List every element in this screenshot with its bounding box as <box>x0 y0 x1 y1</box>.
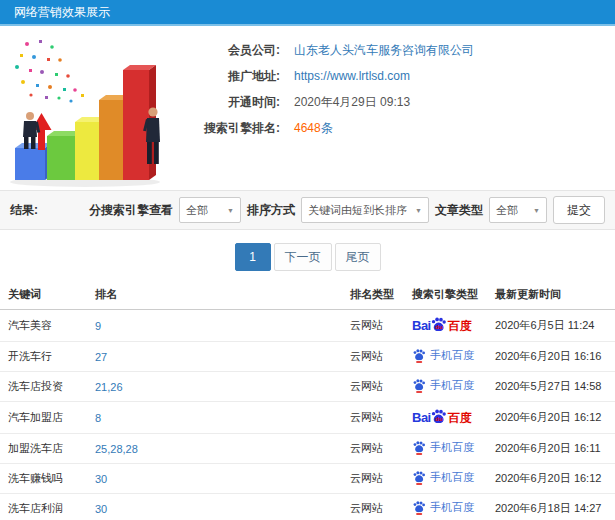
rank-link[interactable]: 8 <box>95 412 101 424</box>
svg-text:du: du <box>435 324 443 330</box>
rank-type-cell: 云网站 <box>342 342 404 372</box>
rank-cell: 27 <box>87 342 342 372</box>
submit-button[interactable]: 提交 <box>553 196 605 224</box>
rank-cell: 8 <box>87 402 342 434</box>
company-info-section: 会员公司: 山东老人头汽车服务咨询有限公司 推广地址: https://www.… <box>0 26 615 190</box>
sort-select-value: 关键词由短到长排序 <box>308 203 407 218</box>
col-rank: 排名 <box>87 280 342 310</box>
engine-cell: 手机百度 <box>404 494 487 520</box>
rank-link[interactable]: 27 <box>95 351 107 363</box>
updated-cell: 2020年6月20日 16:11 <box>487 434 615 464</box>
rank-type-cell: 云网站 <box>342 372 404 402</box>
rank-type-cell: 云网站 <box>342 464 404 494</box>
baidu-paw-icon: du <box>430 408 447 425</box>
rank-cell: 21,26 <box>87 372 342 402</box>
rank-cell: 9 <box>87 310 342 342</box>
rank-type-cell: 云网站 <box>342 310 404 342</box>
caret-down-icon: ▼ <box>219 207 234 214</box>
panel-header: 网络营销效果展示 <box>0 0 615 26</box>
table-row: 汽车加盟店 8 云网站 Bai du 百度 2020年6月20日 16:12 <box>0 402 615 434</box>
engine-cell: Bai du 百度 <box>404 402 487 434</box>
article-type-select[interactable]: 全部 ▼ <box>489 197 547 223</box>
engine-cell: Bai du 百度 <box>404 310 487 342</box>
page-1-button[interactable]: 1 <box>235 243 271 271</box>
engine-select[interactable]: 全部 ▼ <box>179 197 241 223</box>
svg-text:du: du <box>435 416 443 422</box>
updated-cell: 2020年6月20日 16:12 <box>487 464 615 494</box>
mobile-baidu-paw-icon <box>412 500 426 515</box>
member-company-label: 会员公司: <box>172 42 280 59</box>
caret-down-icon: ▼ <box>525 207 540 214</box>
table-header-row: 关键词 排名 排名类型 搜索引擎类型 最新更新时间 <box>0 280 615 310</box>
confetti-dots <box>15 40 84 103</box>
baidu-logo: Bai du 百度 <box>412 408 472 427</box>
caret-down-icon: ▼ <box>407 207 422 214</box>
rank-link[interactable]: 25,28,28 <box>95 443 138 455</box>
rank-type-cell: 云网站 <box>342 494 404 520</box>
rank-cell: 25,28,28 <box>87 434 342 464</box>
col-updated: 最新更新时间 <box>487 280 615 310</box>
growth-bars-image <box>5 32 167 188</box>
mobile-baidu-text: 手机百度 <box>430 350 474 361</box>
keyword-cell: 洗车店投资 <box>0 372 87 402</box>
rank-count-unit: 条 <box>321 120 333 137</box>
table-row: 开洗车行 27 云网站 手机百度 2020年6月20日 16:16 <box>0 342 615 372</box>
sort-select[interactable]: 关键词由短到长排序 ▼ <box>301 197 429 223</box>
table-row: 洗车赚钱吗 30 云网站 手机百度 2020年6月20日 16:12 <box>0 464 615 494</box>
next-page-button[interactable]: 下一页 <box>274 243 332 271</box>
updated-cell: 2020年5月27日 14:58 <box>487 372 615 402</box>
keyword-cell: 洗车店利润 <box>0 494 87 520</box>
promo-url-link[interactable]: https://www.lrtlsd.com <box>294 69 410 83</box>
open-time-label: 开通时间: <box>172 94 280 111</box>
keyword-cell: 汽车美容 <box>0 310 87 342</box>
rank-type-cell: 云网站 <box>342 402 404 434</box>
baidu-logo-cn-text: 百度 <box>448 412 472 424</box>
mobile-baidu-paw-icon <box>412 348 426 363</box>
baidu-logo-bai-text: Bai <box>412 319 431 332</box>
rank-link[interactable]: 21,26 <box>95 381 123 393</box>
filter-bar: 结果: 分搜索引擎查看 全部 ▼ 排序方式 关键词由短到长排序 ▼ 文章类型 全… <box>0 190 615 230</box>
keyword-cell: 洗车赚钱吗 <box>0 464 87 494</box>
engine-cell: 手机百度 <box>404 434 487 464</box>
keyword-cell: 开洗车行 <box>0 342 87 372</box>
pagination: 1 下一页 尾页 <box>0 243 615 271</box>
mobile-baidu-logo: 手机百度 <box>412 348 474 363</box>
table-body: 汽车美容 9 云网站 Bai du 百度 2020年6月5日 11:24 开洗车… <box>0 310 615 520</box>
member-company-link[interactable]: 山东老人头汽车服务咨询有限公司 <box>294 42 474 59</box>
rank-count-value: 4648 <box>294 121 321 135</box>
mobile-baidu-logo: 手机百度 <box>412 378 474 393</box>
engine-cell: 手机百度 <box>404 464 487 494</box>
mobile-baidu-paw-icon <box>412 440 426 455</box>
open-time-row: 开通时间: 2020年4月29日 09:13 <box>172 94 474 110</box>
page: 网络营销效果展示 <box>0 0 615 520</box>
mobile-baidu-logo: 手机百度 <box>412 440 474 455</box>
baidu-logo-cn-text: 百度 <box>448 320 472 332</box>
mobile-baidu-text: 手机百度 <box>430 442 474 453</box>
company-info-list: 会员公司: 山东老人头汽车服务咨询有限公司 推广地址: https://www.… <box>172 30 474 190</box>
keyword-cell: 加盟洗车店 <box>0 434 87 464</box>
promo-url-label: 推广地址: <box>172 68 280 85</box>
page-title: 网络营销效果展示 <box>14 5 110 19</box>
mobile-baidu-text: 手机百度 <box>430 502 474 513</box>
baidu-logo-bai-text: Bai <box>412 411 431 424</box>
col-rank-type: 排名类型 <box>342 280 404 310</box>
updated-cell: 2020年6月20日 16:16 <box>487 342 615 372</box>
rank-cell: 30 <box>87 464 342 494</box>
rank-link[interactable]: 9 <box>95 320 101 332</box>
rank-link[interactable]: 30 <box>95 503 107 515</box>
baidu-logo: Bai du 百度 <box>412 316 472 335</box>
rank-count-row: 搜索引擎排名: 4648 条 <box>172 120 474 136</box>
last-page-button[interactable]: 尾页 <box>335 243 381 271</box>
updated-cell: 2020年6月18日 14:27 <box>487 494 615 520</box>
filter-controls: 分搜索引擎查看 全部 ▼ 排序方式 关键词由短到长排序 ▼ 文章类型 全部 ▼ … <box>89 196 605 224</box>
growth-chart-illustration <box>0 30 172 190</box>
table-row: 洗车店利润 30 云网站 手机百度 2020年6月18日 14:27 <box>0 494 615 520</box>
mobile-baidu-paw-icon <box>412 470 426 485</box>
updated-cell: 2020年6月20日 16:12 <box>487 402 615 434</box>
mobile-baidu-text: 手机百度 <box>430 380 474 391</box>
engine-cell: 手机百度 <box>404 342 487 372</box>
article-type-select-value: 全部 <box>496 203 518 218</box>
rank-link[interactable]: 30 <box>95 473 107 485</box>
engine-filter-label: 分搜索引擎查看 <box>89 202 173 219</box>
keywords-table: 关键词 排名 排名类型 搜索引擎类型 最新更新时间 汽车美容 9 云网站 Bai… <box>0 280 615 520</box>
